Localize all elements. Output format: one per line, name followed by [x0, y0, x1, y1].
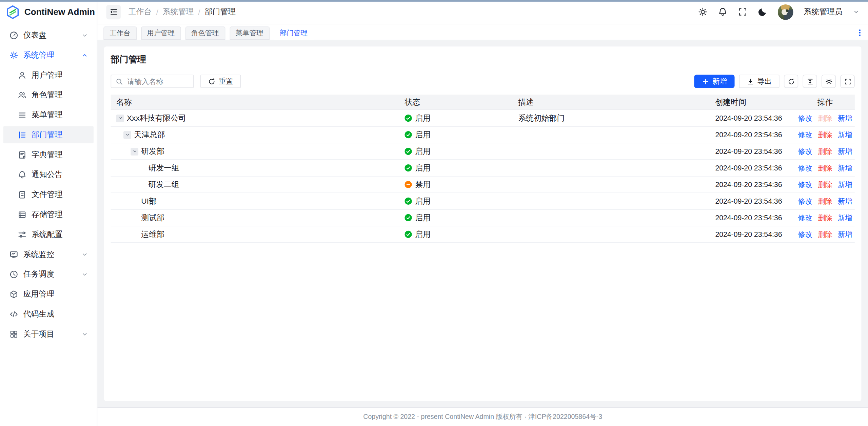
status-cell: 启用 [405, 163, 518, 173]
sidebar-item-notice[interactable]: 通知公告 [3, 166, 94, 183]
sidebar-item-user-management[interactable]: 用户管理 [3, 66, 94, 84]
status-label: 启用 [415, 213, 431, 223]
delete-link[interactable]: 删除 [818, 130, 832, 140]
sidebar-item-code-generation[interactable]: 代码生成 [3, 305, 94, 323]
gear-icon [9, 50, 18, 59]
ops-cell: 修改删除新增 [795, 113, 855, 123]
breadcrumb-item[interactable]: 工作台 [129, 7, 152, 17]
delete-link[interactable]: 删除 [818, 196, 832, 206]
reset-button[interactable]: 重置 [200, 75, 241, 88]
refresh-icon [787, 78, 794, 85]
sidebar-item-system-management[interactable]: 系统管理 [3, 46, 94, 64]
tab-workbench[interactable]: 工作台 [103, 26, 136, 40]
add-link[interactable]: 新增 [838, 196, 852, 206]
column-header-status: 状态 [405, 97, 518, 107]
add-link[interactable]: 新增 [838, 113, 852, 123]
created-time-cell: 2024-09-20 23:54:36 [715, 214, 795, 222]
edit-link[interactable]: 修改 [798, 130, 812, 140]
status-enabled-icon [405, 115, 412, 122]
edit-link[interactable]: 修改 [798, 163, 812, 173]
edit-link[interactable]: 修改 [798, 113, 812, 123]
name-cell: UI部 [111, 196, 405, 206]
user-name[interactable]: 系统管理员 [804, 7, 843, 17]
sidebar-item-storage-management[interactable]: 存储管理 [3, 206, 94, 223]
tab-menu-management[interactable]: 菜单管理 [230, 26, 270, 40]
breadcrumb: 工作台/系统管理/部门管理 [129, 7, 236, 17]
tab-department-management[interactable]: 部门管理 [274, 26, 314, 40]
breadcrumb-item: 部门管理 [205, 7, 236, 17]
delete-link[interactable]: 删除 [818, 180, 832, 189]
sidebar-item-task-schedule[interactable]: 任务调度 [3, 266, 94, 283]
created-time-cell: 2024-09-20 23:54:36 [715, 197, 795, 205]
add-button[interactable]: 新增 [694, 75, 734, 88]
notification-button[interactable] [718, 7, 728, 17]
menu-lines-icon [18, 110, 26, 119]
breadcrumb-item[interactable]: 系统管理 [163, 7, 194, 17]
delete-link[interactable]: 删除 [818, 163, 832, 173]
edit-link[interactable]: 修改 [798, 180, 812, 189]
add-link[interactable]: 新增 [838, 146, 852, 156]
theme-button[interactable] [758, 7, 767, 17]
fullscreen-button[interactable] [738, 7, 747, 17]
add-link[interactable]: 新增 [838, 180, 852, 189]
tab-user-management[interactable]: 用户管理 [141, 26, 181, 40]
table-fullscreen-button[interactable] [840, 75, 854, 88]
description-cell: 系统初始部门 [518, 113, 715, 123]
edit-link[interactable]: 修改 [798, 213, 812, 223]
copyright-text: Copyright © 2022 - present ContiNew Admi… [363, 412, 602, 422]
add-link[interactable]: 新增 [838, 213, 852, 223]
name-cell: 研发二组 [111, 180, 405, 189]
sidebar-item-role-management[interactable]: 角色管理 [3, 86, 94, 104]
delete-link[interactable]: 删除 [818, 213, 832, 223]
tab-role-management[interactable]: 角色管理 [185, 26, 225, 40]
sidebar-item-dashboard[interactable]: 仪表盘 [3, 26, 94, 44]
add-link[interactable]: 新增 [838, 229, 852, 239]
tab-more-button[interactable] [855, 28, 864, 37]
sidebar-item-label: 代码生成 [23, 309, 88, 319]
tree-indent [116, 218, 131, 218]
sidebar-item-menu-management[interactable]: 菜单管理 [3, 106, 94, 123]
table-row: UI部启用2024-09-20 23:54:36修改删除新增 [111, 193, 855, 210]
grid-icon [9, 329, 18, 338]
sidebar-item-app-management[interactable]: 应用管理 [3, 285, 94, 303]
toolbar: 重置 新增 [111, 75, 855, 88]
sidebar-item-file-management[interactable]: 文件管理 [3, 186, 94, 203]
settings-button[interactable] [698, 7, 708, 17]
row-expander[interactable] [116, 114, 124, 122]
sidebar-menu: 仪表盘系统管理用户管理角色管理菜单管理部门管理字典管理通知公告文件管理存储管理系… [0, 24, 97, 426]
table-row: 天津总部启用2024-09-20 23:54:36修改删除新增 [111, 127, 855, 143]
edit-link[interactable]: 修改 [798, 146, 812, 156]
delete-link[interactable]: 删除 [818, 146, 832, 156]
search-icon [116, 78, 123, 85]
sidebar-item-department-management[interactable]: 部门管理 [3, 126, 94, 143]
status-label: 启用 [415, 146, 431, 156]
status-label: 启用 [415, 113, 431, 123]
sidebar-item-dict-management[interactable]: 字典管理 [3, 146, 94, 163]
sidebar-item-system-config[interactable]: 系统配置 [3, 226, 94, 243]
status-label: 启用 [415, 163, 431, 173]
column-settings-button[interactable] [822, 75, 836, 88]
add-link[interactable]: 新增 [838, 130, 852, 140]
collapse-sidebar-button[interactable] [106, 5, 120, 19]
sidebar-item-about-project[interactable]: 关于项目 [3, 325, 94, 343]
delete-link[interactable]: 删除 [818, 229, 832, 239]
status-enabled-icon [405, 131, 412, 138]
search-input[interactable] [126, 77, 189, 86]
refresh-button[interactable] [784, 75, 798, 88]
header: 工作台/系统管理/部门管理 系统管理员 [97, 0, 868, 24]
row-height-button[interactable] [803, 75, 817, 88]
sidebar-item-label: 关于项目 [23, 329, 81, 339]
edit-link[interactable]: 修改 [798, 196, 812, 206]
storage-icon [18, 210, 26, 219]
add-link[interactable]: 新增 [838, 163, 852, 173]
row-expander[interactable] [131, 147, 138, 155]
user-avatar[interactable] [778, 4, 793, 20]
row-expander[interactable] [123, 131, 131, 139]
chevron-down-icon [81, 271, 88, 278]
status-cell: 启用 [405, 130, 518, 140]
ops-cell: 修改删除新增 [795, 196, 855, 206]
logo[interactable]: ContiNew Admin [0, 0, 97, 24]
sidebar-item-system-monitor[interactable]: 系统监控 [3, 246, 94, 263]
export-button[interactable]: 导出 [739, 75, 780, 88]
edit-link[interactable]: 修改 [798, 229, 812, 239]
